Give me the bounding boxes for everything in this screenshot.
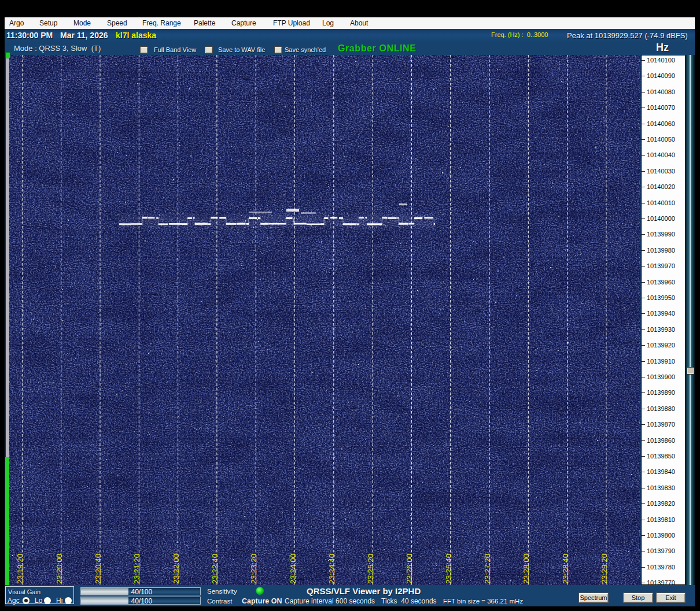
svg-text:23:24:00: 23:24:00	[289, 554, 297, 584]
svg-text:23:22:40: 23:22:40	[211, 554, 219, 584]
svg-text:23:24:40: 23:24:40	[327, 554, 336, 584]
svg-text:23:21:20: 23:21:20	[132, 554, 141, 584]
svg-text:23:28:00: 23:28:00	[522, 554, 530, 584]
svg-text:23:20:40: 23:20:40	[94, 554, 102, 584]
svg-text:23:27:20: 23:27:20	[483, 554, 492, 584]
svg-text:23:26:00: 23:26:00	[405, 554, 414, 584]
svg-text:23:20:00: 23:20:00	[55, 554, 64, 584]
svg-text:23:23:20: 23:23:20	[249, 554, 258, 584]
svg-text:23:28:40: 23:28:40	[561, 554, 570, 584]
svg-text:23:22:00: 23:22:00	[172, 554, 180, 584]
svg-text:23:26:40: 23:26:40	[444, 554, 453, 584]
svg-text:23:29:20: 23:29:20	[600, 554, 609, 584]
svg-text:23:19:20: 23:19:20	[16, 554, 24, 584]
svg-text:23:25:20: 23:25:20	[366, 554, 375, 584]
